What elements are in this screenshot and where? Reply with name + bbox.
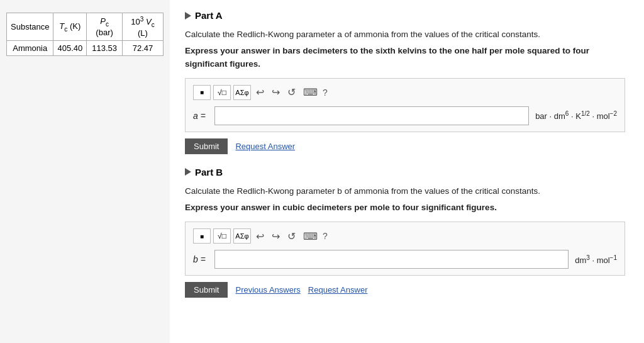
part-a-toggle-icon[interactable]	[185, 12, 191, 20]
keyboard-btn[interactable]: ⌨	[301, 85, 320, 99]
cell-pc: 113.53	[87, 40, 123, 55]
sigma-label-b: ΑΣφ	[235, 232, 248, 240]
part-a-input-area: ■ √□ ΑΣφ ↩ ↪ ↺ ⌨ ? a = bar · dm6 · K1/2 …	[185, 78, 625, 132]
part-b-button-row: Submit Previous Answers Request Answer	[185, 282, 629, 298]
part-b-request-answer-btn[interactable]: Request Answer	[308, 285, 368, 295]
refresh-btn-b[interactable]: ↺	[285, 229, 298, 244]
col-pc: Pc (bar)	[87, 13, 123, 41]
part-a-input-label: a =	[193, 111, 208, 121]
part-a-request-answer-btn[interactable]: Request Answer	[235, 142, 295, 151]
part-a-toolbar: ■ √□ ΑΣφ ↩ ↪ ↺ ⌨ ?	[193, 85, 617, 100]
sigma-btn-b[interactable]: ΑΣφ	[233, 228, 251, 244]
cell-vc: 72.47	[122, 40, 163, 55]
sigma-label: ΑΣφ	[235, 89, 248, 96]
part-b-description1: Calculate the Redlich-Kwong parameter b …	[185, 185, 629, 198]
part-a-answer-input[interactable]	[214, 106, 529, 125]
refresh-btn[interactable]: ↺	[285, 85, 298, 99]
redo-btn[interactable]: ↪	[269, 85, 282, 99]
part-a-button-row: Submit Request Answer	[185, 138, 629, 154]
part-b-previous-answers-btn[interactable]: Previous Answers	[235, 285, 300, 295]
matrix-icon-btn-b[interactable]: ■	[193, 228, 211, 244]
part-b-input-area: ■ √□ ΑΣφ ↩ ↪ ↺ ⌨ ? b = dm3 · mol−1	[185, 222, 625, 276]
part-a-description2: Express your answer in bars decimeters t…	[185, 45, 629, 70]
matrix-icon-btn[interactable]: ■	[193, 85, 211, 100]
main-content: Part A Calculate the Redlich-Kwong param…	[170, 0, 644, 343]
redo-btn-b[interactable]: ↪	[269, 229, 282, 244]
part-b-unit: dm3 · mol−1	[575, 254, 617, 265]
part-a-submit-btn[interactable]: Submit	[185, 138, 228, 154]
sqrt-symbol-b: √□	[218, 232, 226, 240]
col-vc: 103 Vc (L)	[122, 13, 163, 41]
substance-table: Substance Tc (K) Pc (bar) 103 Vc (L) Amm…	[6, 13, 164, 56]
cell-substance: Ammonia	[7, 40, 53, 55]
part-b-label: Part B	[195, 167, 223, 177]
part-b-input-label: b =	[193, 254, 208, 264]
undo-btn[interactable]: ↩	[253, 85, 267, 99]
part-a-label: Part A	[195, 10, 223, 21]
part-b-input-row: b = dm3 · mol−1	[193, 250, 617, 269]
col-substance: Substance	[7, 13, 53, 41]
part-b-submit-btn[interactable]: Submit	[185, 282, 228, 298]
part-b-section: Part B Calculate the Redlich-Kwong param…	[185, 167, 629, 298]
part-b-toolbar: ■ √□ ΑΣφ ↩ ↪ ↺ ⌨ ?	[193, 228, 617, 244]
keyboard-btn-b[interactable]: ⌨	[301, 229, 320, 244]
part-b-header: Part B	[185, 167, 629, 177]
part-a-header: Part A	[185, 10, 629, 21]
help-btn-b[interactable]: ?	[323, 231, 328, 241]
part-a-unit: bar · dm6 · K1/2 · mol−2	[535, 110, 617, 121]
part-a-input-row: a = bar · dm6 · K1/2 · mol−2	[193, 106, 617, 125]
help-btn-a[interactable]: ?	[323, 87, 328, 98]
undo-btn-b[interactable]: ↩	[253, 229, 267, 244]
sidebar: Substance Tc (K) Pc (bar) 103 Vc (L) Amm…	[0, 0, 170, 343]
col-tc: Tc (K)	[53, 13, 87, 41]
part-a-section: Part A Calculate the Redlich-Kwong param…	[185, 10, 629, 154]
part-a-description1: Calculate the Redlich-Kwong parameter a …	[185, 28, 629, 41]
part-b-answer-input[interactable]	[214, 250, 569, 269]
sqrt-symbol: √□	[218, 88, 226, 97]
sqrt-btn-b[interactable]: √□	[213, 228, 231, 244]
sigma-btn[interactable]: ΑΣφ	[233, 85, 251, 100]
table-row: Ammonia 405.40 113.53 72.47	[7, 40, 164, 55]
part-b-toggle-icon[interactable]	[185, 168, 191, 176]
cell-tc: 405.40	[53, 40, 87, 55]
part-b-description2: Express your answer in cubic decimeters …	[185, 201, 629, 214]
sqrt-btn[interactable]: √□	[213, 85, 231, 100]
